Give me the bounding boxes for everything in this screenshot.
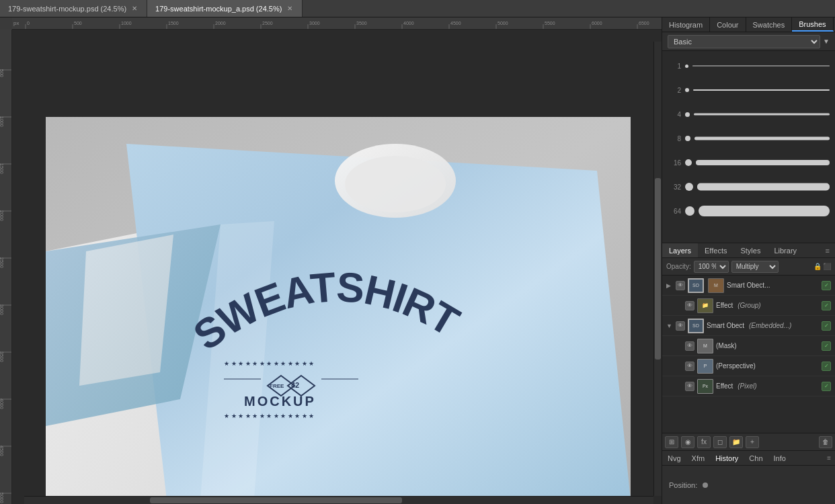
layer-name-3: Smart Obect (Embedded...): [707, 322, 819, 329]
layer-check-4[interactable]: ✓: [822, 341, 831, 351]
tab-1[interactable]: 179-sweatshirt-mockup.psd (24.5%) ✕: [0, 0, 147, 17]
layers-tab-library[interactable]: Library: [767, 243, 803, 257]
lock-icon-2[interactable]: ⬛: [823, 263, 831, 270]
blend-mode-select[interactable]: Multiply: [731, 261, 779, 273]
scroll-thumb-v[interactable]: [655, 178, 661, 360]
layer-vis-3[interactable]: 👁: [676, 321, 685, 331]
brush-stroke-1: [692, 63, 830, 69]
brush-item-3[interactable]: 4: [662, 102, 835, 126]
svg-text:4000: 4000: [403, 21, 414, 26]
svg-text:3500: 3500: [356, 21, 367, 26]
layer-check-5[interactable]: ✓: [822, 362, 831, 371]
bottom-tab-nvg[interactable]: Nvg: [662, 451, 686, 465]
brush-item-7[interactable]: 64: [662, 199, 835, 223]
footer-adjust-icon[interactable]: ◉: [681, 436, 694, 448]
svg-text:500: 500: [74, 21, 82, 26]
opacity-select[interactable]: 100 %: [694, 261, 729, 273]
svg-text:4500: 4500: [0, 446, 4, 456]
svg-text:4000: 4000: [0, 398, 4, 409]
footer-mask-icon[interactable]: ◻: [713, 436, 727, 448]
layer-check-1[interactable]: ✓: [822, 281, 831, 290]
footer-group-icon[interactable]: 📁: [729, 436, 743, 448]
bottom-tab-history[interactable]: History: [710, 451, 744, 465]
svg-text:★ ★ ★ ★ ★ ★ ★ ★ ★ ★ ★ ★ ★: ★ ★ ★ ★ ★ ★ ★ ★ ★ ★ ★ ★ ★: [224, 360, 314, 367]
tab-2[interactable]: 179-sweatshirt-mockup_a.psd (24.5%) ✕: [147, 0, 303, 17]
brush-dot-2: [685, 88, 689, 92]
svg-text:1000: 1000: [0, 116, 4, 127]
tab-histogram[interactable]: Histogram: [662, 17, 710, 32]
svg-text:42: 42: [291, 381, 299, 389]
layers-tab-effects[interactable]: Effects: [698, 243, 733, 257]
layer-check-3[interactable]: ✓: [822, 321, 831, 331]
footer-fx-icon[interactable]: fx: [697, 436, 711, 448]
layers-tab-layers[interactable]: Layers: [662, 243, 698, 257]
canvas-scroll-vertical[interactable]: [653, 42, 662, 496]
bottom-tab-chn[interactable]: Chn: [744, 451, 768, 465]
layer-vis-1[interactable]: 👁: [676, 281, 685, 290]
svg-text:5000: 5000: [0, 493, 4, 503]
footer-trash-icon[interactable]: 🗑: [819, 436, 832, 448]
bottom-tab-more[interactable]: ≡: [823, 454, 835, 462]
layer-vis-4[interactable]: 👁: [685, 341, 694, 351]
brush-item-1[interactable]: 1: [662, 54, 835, 78]
ruler-vertical: 500 1000 1500 2000 2500 3000 3500 4000 4…: [0, 30, 12, 504]
canvas-scroll-horizontal[interactable]: [24, 496, 653, 504]
layer-item-2[interactable]: 👁 📁 Effect (Group) ✓: [662, 296, 835, 316]
bottom-tab-xfm[interactable]: Xfm: [686, 451, 711, 465]
svg-text:MOCKUP: MOCKUP: [244, 394, 316, 409]
layers-tab-styles[interactable]: Styles: [733, 243, 767, 257]
bottom-tab-info[interactable]: Info: [768, 451, 791, 465]
layer-item-4[interactable]: 👁 M (Mask) ✓: [662, 336, 835, 356]
brush-dot-1: [685, 65, 688, 68]
layer-expand-1[interactable]: ▶: [666, 282, 673, 289]
brush-dot-4: [685, 136, 690, 141]
brush-stroke-5: [696, 160, 830, 165]
brush-preset-arrow: ▼: [823, 38, 830, 45]
layer-vis-6[interactable]: 👁: [685, 382, 694, 391]
canvas-area: px 0 500 1000 1500 2000 2500: [0, 17, 662, 504]
tab-1-close[interactable]: ✕: [130, 5, 138, 13]
brush-dot-7: [685, 206, 694, 216]
layers-tabs: Layers Effects Styles Library ≡: [662, 243, 835, 258]
layer-name-5: (Perspective): [716, 362, 819, 370]
canvas-viewport[interactable]: SWEATSHIRT ★ ★ ★ ★ ★ ★ ★ ★ ★ ★ ★ ★ ★ FRE…: [12, 30, 662, 504]
bottom-panel-tabs: Nvg Xfm History Chn Info ≡: [662, 451, 835, 466]
brush-item-2[interactable]: 2: [662, 78, 835, 102]
tab-colour[interactable]: Colour: [710, 17, 746, 32]
layer-expand-3[interactable]: ▼: [666, 323, 673, 329]
footer-layers-icon[interactable]: ⊞: [665, 436, 678, 448]
layer-item-6[interactable]: 👁 Px Effect (Pixel) ✓: [662, 376, 835, 396]
svg-text:px: px: [13, 20, 19, 26]
layer-item-1[interactable]: ▶ 👁 SO M Smart Obect... ✓: [662, 276, 835, 296]
layer-item-5[interactable]: 👁 P (Perspective) ✓: [662, 356, 835, 376]
layer-check-2[interactable]: ✓: [822, 301, 831, 310]
layer-vis-5[interactable]: 👁: [685, 362, 694, 371]
lock-icon-1[interactable]: 🔒: [813, 263, 822, 270]
footer-new-icon[interactable]: +: [746, 436, 759, 448]
tab-swatches[interactable]: Swatches: [746, 17, 793, 32]
layers-tab-more[interactable]: ≡: [820, 247, 835, 255]
brush-stroke-3: [694, 112, 830, 117]
layer-item-3[interactable]: ▼ 👁 SO Smart Obect (Embedded...) ✓: [662, 316, 835, 336]
bottom-content: Position:: [662, 466, 835, 504]
brush-item-6[interactable]: 32: [662, 175, 835, 199]
brush-preset-select[interactable]: Basic: [668, 35, 820, 48]
lock-icons: 🔒 ⬛: [813, 263, 831, 270]
tab-2-close[interactable]: ✕: [286, 5, 294, 13]
brush-stroke-4: [694, 136, 830, 141]
brush-size-6: 32: [668, 183, 681, 191]
brush-list[interactable]: 1 2 4: [662, 51, 835, 243]
brush-stroke-6: [697, 184, 830, 190]
tab-brushes[interactable]: Brushes: [792, 17, 833, 32]
brush-item-4[interactable]: 8: [662, 126, 835, 151]
brush-item-5[interactable]: 16: [662, 151, 835, 175]
opacity-label: Opacity:: [666, 263, 691, 270]
layer-check-6[interactable]: ✓: [822, 382, 831, 391]
main-layout: px 0 500 1000 1500 2000 2500: [0, 17, 835, 504]
layer-vis-2[interactable]: 👁: [685, 301, 694, 310]
brush-size-4: 8: [668, 135, 681, 142]
layers-list[interactable]: ▶ 👁 SO M Smart Obect... ✓ 👁: [662, 276, 835, 433]
scroll-thumb-h[interactable]: [150, 497, 401, 503]
layers-controls: Opacity: 100 % Multiply 🔒 ⬛: [662, 258, 835, 276]
svg-point-57: [345, 156, 446, 212]
